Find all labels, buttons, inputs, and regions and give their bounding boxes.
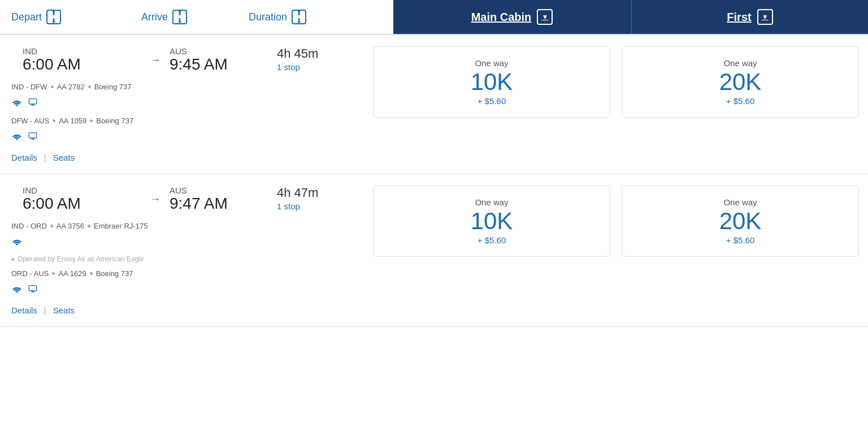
flights-container: IND 6:00 AM → AUS 9:45 AM 4h 45m 1 stop … <box>0 35 868 327</box>
segment-info: IND - DFW AA 2782 Boeing 737 <box>11 80 356 146</box>
details-link[interactable]: Details <box>11 153 37 162</box>
depart-airport: IND <box>23 186 141 195</box>
main-cabin-sort-button[interactable]: ▼ <box>537 9 553 25</box>
flight-info: IND 6:00 AM → AUS 9:47 AM 4h 47m 1 stop … <box>0 186 367 315</box>
amenity-icons <box>11 130 356 146</box>
segment-aircraft: Boeing 737 <box>94 80 132 93</box>
first-points: 20K <box>719 70 762 94</box>
segment-route-line: IND - ORD AA 3756 Embraer RJ-175 <box>11 220 356 233</box>
arrive-time: 9:45 AM <box>170 56 277 74</box>
arrive-sort-col[interactable]: Arrive ⬆⬇ <box>130 0 237 34</box>
stop-label: 1 stop <box>277 201 350 211</box>
arrive-airport: AUS <box>170 46 277 56</box>
depart-col: IND 6:00 AM <box>11 186 141 213</box>
segment-route: DFW - AUS <box>11 114 49 127</box>
duration-col: 4h 47m 1 stop <box>277 186 356 211</box>
flight-row: IND 6:00 AM → AUS 9:47 AM 4h 47m 1 stop … <box>0 174 868 327</box>
depart-time: 6:00 AM <box>23 195 141 213</box>
duration-time: 4h 47m <box>277 186 350 200</box>
arrive-label: Arrive <box>141 11 168 23</box>
arrive-sort-button[interactable]: ⬆⬇ <box>172 10 187 24</box>
duration-col: 4h 45m 1 stop <box>277 46 356 72</box>
seats-link[interactable]: Seats <box>53 153 75 162</box>
seats-link[interactable]: Seats <box>53 305 75 315</box>
segment-route-line: IND - DFW AA 2782 Boeing 737 <box>11 80 356 93</box>
segment-aircraft: Boeing 737 <box>96 267 133 280</box>
main-cabin-price-card[interactable]: One way 10K + $5.60 <box>373 46 610 118</box>
depart-sort-col[interactable]: Depart ⬆⬇ <box>0 0 130 34</box>
entertainment-icon <box>28 96 37 112</box>
svg-rect-0 <box>29 99 36 104</box>
details-link[interactable]: Details <box>11 305 37 315</box>
segment-info: IND - ORD AA 3756 Embraer RJ-175 Operate… <box>11 220 356 299</box>
segment-route: IND - DFW <box>11 80 47 93</box>
first-fees: + $5.60 <box>726 96 754 106</box>
duration-sort-col[interactable]: Duration ⬆⬇ <box>237 0 393 34</box>
stop-label: 1 stop <box>277 62 350 72</box>
wifi-icon <box>11 130 23 146</box>
link-divider: | <box>44 305 46 315</box>
entertainment-icon <box>28 282 37 299</box>
wifi-icon <box>11 282 23 299</box>
main-cabin-points: 10K <box>471 70 513 94</box>
flight-info: IND 6:00 AM → AUS 9:45 AM 4h 45m 1 stop … <box>0 46 367 162</box>
entertainment-icon <box>28 130 37 146</box>
route-cols: IND 6:00 AM → AUS 9:45 AM 4h 45m 1 stop <box>11 46 356 74</box>
dot-separator <box>52 272 55 275</box>
dot-separator <box>88 85 91 88</box>
dot-separator <box>53 119 55 122</box>
main-cabin-price-card[interactable]: One way 10K + $5.60 <box>373 186 610 257</box>
dot-separator <box>90 119 93 122</box>
flight-row: IND 6:00 AM → AUS 9:45 AM 4h 45m 1 stop … <box>0 35 868 174</box>
wifi-icon <box>11 96 23 112</box>
operated-by-text: Operated by Envoy Air as American Eagle <box>18 253 144 266</box>
segment-flight: AA 1629 <box>58 267 86 280</box>
main-cabin-label: Main Cabin <box>471 11 532 24</box>
amenity-icons <box>11 235 356 251</box>
main-cabin-fees: + $5.60 <box>478 96 506 106</box>
first-sort-col[interactable]: First ▼ <box>631 0 868 34</box>
amenity-icons <box>11 282 356 299</box>
first-price-card[interactable]: One way 20K + $5.60 <box>622 186 859 257</box>
first-price-card[interactable]: One way 20K + $5.60 <box>622 46 859 118</box>
segment-aircraft: Embraer RJ-175 <box>94 220 147 233</box>
duration-sort-button[interactable]: ⬆⬇ <box>292 10 306 24</box>
action-links: Details | Seats <box>11 305 356 315</box>
first-sort-button[interactable]: ▼ <box>757 9 773 25</box>
main-cabin-sort-col[interactable]: Main Cabin ▼ <box>393 0 631 34</box>
price-cards: One way 10K + $5.60 One way 20K + $5.60 <box>367 46 868 118</box>
segment-route-line: DFW - AUS AA 1059 Boeing 737 <box>11 114 356 127</box>
amenity-icons <box>11 96 356 112</box>
action-links: Details | Seats <box>11 153 356 162</box>
route-cols: IND 6:00 AM → AUS 9:47 AM 4h 47m 1 stop <box>11 186 356 213</box>
header-row: Depart ⬆⬇ Arrive ⬆⬇ Duration ⬆⬇ Main Cab… <box>0 0 868 35</box>
route-arrow: → <box>150 193 160 205</box>
main-cabin-points: 10K <box>471 209 513 233</box>
depart-sort-button[interactable]: ⬆⬇ <box>46 10 61 24</box>
dot-separator <box>88 225 90 227</box>
dot-separator <box>51 85 54 88</box>
svg-rect-1 <box>29 133 36 138</box>
arrive-col: AUS 9:45 AM <box>170 46 277 74</box>
link-divider: | <box>44 153 46 162</box>
segment-flight: AA 2782 <box>57 80 85 93</box>
main-cabin-one-way-label: One way <box>475 197 508 207</box>
first-points: 20K <box>719 209 762 233</box>
main-cabin-fees: + $5.60 <box>478 235 506 245</box>
dot-separator <box>11 258 14 261</box>
segment-route-line: ORD - AUS AA 1629 Boeing 737 <box>11 267 356 280</box>
wifi-icon <box>11 235 23 251</box>
segment-flight: AA 1059 <box>59 114 86 127</box>
depart-label: Depart <box>11 11 42 23</box>
duration-time: 4h 45m <box>277 46 350 61</box>
price-cards: One way 10K + $5.60 One way 20K + $5.60 <box>367 186 868 257</box>
arrive-airport: AUS <box>170 186 277 195</box>
segment-route: IND - ORD <box>11 220 47 233</box>
first-fees: + $5.60 <box>726 235 754 245</box>
route-arrow: → <box>150 54 160 66</box>
duration-label: Duration <box>249 11 287 23</box>
main-cabin-one-way-label: One way <box>475 58 508 68</box>
depart-col: IND 6:00 AM <box>11 46 141 74</box>
first-label: First <box>727 11 751 24</box>
dot-separator <box>50 225 53 227</box>
